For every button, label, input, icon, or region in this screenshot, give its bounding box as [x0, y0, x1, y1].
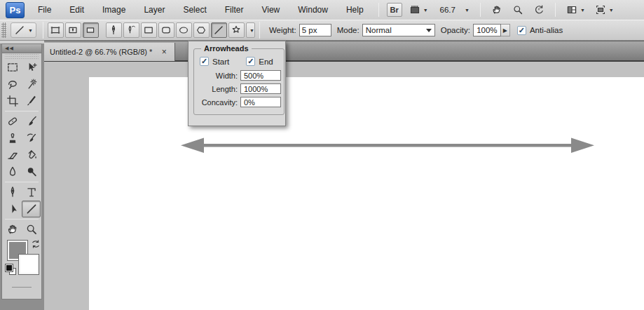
tool-brush[interactable]	[22, 113, 41, 130]
menu-item-select[interactable]: Select	[174, 0, 215, 20]
shape-layers-icon	[50, 25, 61, 36]
menu-item-filter[interactable]: Filter	[216, 0, 253, 20]
menu-item-help[interactable]: Help	[337, 0, 373, 20]
workspace: ◀◀	[0, 41, 644, 310]
zoom-level-dropdown[interactable]: ▼	[460, 2, 472, 18]
pen-tool-button[interactable]	[106, 22, 122, 38]
chevron-down-icon: ▼	[423, 8, 428, 13]
menu-item-layer[interactable]: Layer	[135, 0, 174, 20]
arrowheads-groupbox: Arrowheads ✓ Start ✓ End Width: 500% Len…	[193, 44, 285, 115]
document-tab[interactable]: Untitled-2 @ 66.7% (RGB/8) * ×	[44, 43, 175, 61]
blend-mode-value: Normal	[366, 26, 392, 34]
hand-icon	[6, 223, 19, 236]
zoom-icon	[512, 4, 523, 15]
tool-crop[interactable]	[3, 93, 22, 109]
rectangle-tool-button[interactable]	[141, 22, 157, 38]
concavity-label: Concavity:	[197, 98, 238, 107]
menu-item-image[interactable]: Image	[93, 0, 135, 20]
end-checkbox[interactable]: ✓	[246, 57, 255, 66]
swap-colors-icon[interactable]	[31, 239, 41, 249]
freeform-pen-icon	[125, 25, 137, 36]
weight-input[interactable]: 5 px	[299, 24, 331, 36]
menu-bar: Ps FileEditImageLayerSelectFilterViewWin…	[0, 0, 644, 20]
length-input[interactable]: 1000%	[240, 83, 281, 94]
start-label: Start	[212, 58, 229, 66]
width-label: Width:	[197, 72, 238, 80]
tool-hand[interactable]	[3, 221, 22, 238]
opacity-slider-button[interactable]: ▶	[501, 24, 510, 36]
document-tab-bar: Untitled-2 @ 66.7% (RGB/8) * ×	[44, 41, 644, 62]
tool-lasso[interactable]	[3, 76, 22, 93]
tool-eraser[interactable]	[3, 147, 22, 163]
tools-panel-collapse-button[interactable]: ◀◀	[2, 44, 41, 53]
background-color-swatch[interactable]	[19, 255, 39, 274]
close-icon[interactable]: ×	[159, 47, 169, 57]
hand-icon	[491, 4, 502, 15]
options-bar-grip[interactable]	[1, 22, 6, 38]
hand-tool-button[interactable]	[489, 2, 505, 18]
polygon-tool-button[interactable]	[193, 22, 210, 38]
document-area: Untitled-2 @ 66.7% (RGB/8) * ×	[44, 41, 644, 310]
weight-label: Weight:	[269, 26, 296, 34]
paths-mode-button[interactable]	[65, 22, 81, 38]
type-icon	[25, 186, 38, 198]
eraser-icon	[6, 149, 19, 161]
tool-move[interactable]	[22, 59, 41, 76]
tool-line[interactable]	[22, 201, 41, 217]
rounded-rectangle-tool-button[interactable]	[158, 22, 174, 38]
arrange-documents-button[interactable]: ▼	[564, 2, 587, 18]
tool-spot-healing-brush[interactable]	[3, 113, 22, 130]
tools-panel-grip[interactable]	[5, 54, 39, 59]
tool-history-brush[interactable]	[22, 130, 41, 147]
shape-layers-mode-button[interactable]	[48, 22, 64, 38]
pen-icon	[108, 25, 119, 36]
zoom-tool-button[interactable]	[510, 2, 526, 18]
menu-item-edit[interactable]: Edit	[60, 0, 93, 20]
tool-magic-wand[interactable]	[22, 76, 41, 93]
tools-dock: ◀◀	[0, 41, 44, 310]
geometry-options-dropdown[interactable]: ▼	[246, 22, 255, 38]
chevron-down-icon: ▼	[249, 28, 254, 33]
tool-zoom[interactable]	[22, 221, 41, 238]
custom-shape-tool-button[interactable]	[228, 22, 245, 38]
options-separator	[259, 22, 260, 39]
tool-clone-stamp[interactable]	[3, 130, 22, 147]
tool-dodge[interactable]	[22, 163, 41, 180]
filmstrip-icon	[409, 4, 420, 15]
tool-blur[interactable]	[3, 163, 22, 180]
ellipse-tool-button[interactable]	[176, 22, 192, 38]
canvas[interactable]	[89, 77, 644, 310]
fill-pixels-mode-button[interactable]	[83, 22, 99, 38]
tool-pen[interactable]	[3, 184, 22, 201]
concavity-input[interactable]: 0%	[240, 97, 281, 107]
tool-type[interactable]	[22, 184, 41, 201]
rectangular-marquee-icon	[6, 61, 19, 74]
zoom-level-value[interactable]: 66.7	[440, 6, 455, 14]
menu-item-window[interactable]: Window	[289, 0, 337, 20]
launch-bridge-button[interactable]: Br	[387, 3, 402, 17]
menu-item-file[interactable]: File	[29, 0, 60, 20]
rotate-view-button[interactable]	[531, 2, 547, 18]
blend-mode-select[interactable]: Normal	[362, 24, 435, 36]
menu-item-view[interactable]: View	[252, 0, 289, 20]
width-input[interactable]: 500%	[240, 70, 281, 81]
freeform-pen-tool-button[interactable]	[123, 22, 139, 38]
antialias-checkbox[interactable]: ✓	[517, 26, 526, 35]
view-extras-button[interactable]: ▼	[407, 2, 430, 18]
tool-path-selection[interactable]	[3, 201, 22, 217]
tool-eyedropper[interactable]	[22, 93, 41, 109]
line-tool-button[interactable]	[211, 22, 227, 38]
line-icon	[213, 25, 224, 36]
opacity-input[interactable]: 100%	[473, 24, 501, 36]
default-colors-icon[interactable]	[6, 264, 17, 276]
tool-rectangular-marquee[interactable]	[3, 59, 22, 76]
start-checkbox[interactable]: ✓	[200, 57, 209, 66]
photoshop-window: Ps FileEditImageLayerSelectFilterViewWin…	[0, 0, 644, 310]
chevron-down-icon: ▼	[580, 8, 585, 13]
chevron-down-icon	[426, 29, 432, 32]
tool-group-separator	[5, 219, 39, 220]
tool-paint-bucket[interactable]	[22, 147, 41, 163]
screen-mode-button[interactable]: ▼	[593, 2, 616, 18]
current-tool-preset-button[interactable]: ▼	[11, 22, 36, 38]
menubar-separator	[378, 3, 379, 17]
